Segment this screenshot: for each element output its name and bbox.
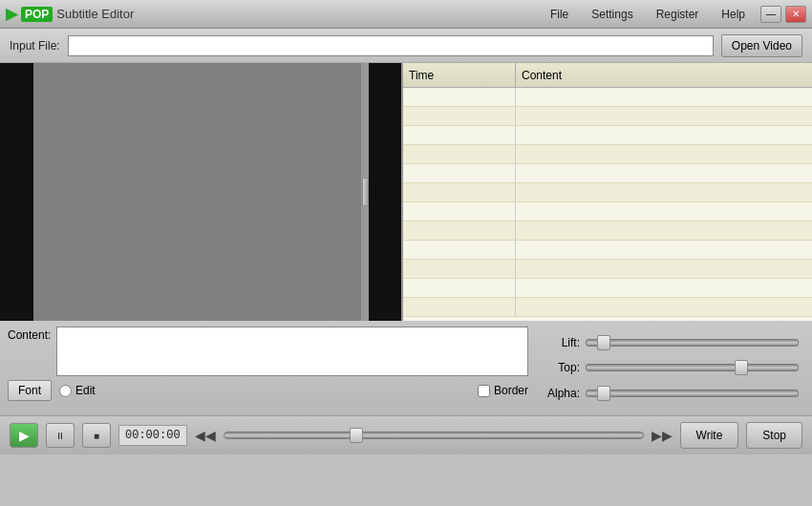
logo-arrow-icon: ▶ <box>6 5 17 23</box>
input-file-bar: Input File: Open Video <box>0 29 812 63</box>
cell-time <box>403 241 516 259</box>
video-scrollbar-thumb[interactable] <box>362 178 369 206</box>
transport-bar: ▶ ⏸ ■ 00:00:00 ◀◀ ▶▶ Write Stop <box>0 416 812 454</box>
table-row[interactable] <box>403 126 812 145</box>
subtitle-rows <box>403 88 812 321</box>
video-black-right <box>368 63 401 321</box>
window-controls: — ✕ <box>760 6 806 23</box>
progress-track[interactable] <box>224 432 644 439</box>
pause-button[interactable]: ⏸ <box>46 423 75 448</box>
col-content-header: Content <box>516 69 812 82</box>
edit-row: Edit <box>59 384 96 397</box>
timecode-display: 00:00:00 <box>118 425 187 446</box>
menu-settings[interactable]: Settings <box>588 6 636 23</box>
top-slider-row: Top: <box>542 356 799 379</box>
alpha-slider-row: Alpha: <box>542 382 799 405</box>
table-row[interactable] <box>403 260 812 279</box>
menu-register[interactable]: Register <box>652 6 703 23</box>
col-time-header: Time <box>403 63 516 87</box>
top-label: Top: <box>542 361 580 374</box>
edit-radio[interactable] <box>59 385 72 397</box>
video-scrollbar[interactable] <box>361 63 369 321</box>
table-row[interactable] <box>403 241 812 260</box>
cell-time <box>403 107 516 125</box>
close-button[interactable]: ✕ <box>785 6 806 23</box>
app-title: Subtitle Editor <box>56 7 134 21</box>
menu-help[interactable]: Help <box>717 6 749 23</box>
minimize-button[interactable]: — <box>760 6 781 23</box>
content-area: Content: Font Edit Border Lift: Top: <box>0 321 812 416</box>
stop2-button[interactable]: Stop <box>746 422 802 449</box>
titlebar: ▶ POP Subtitle Editor File Settings Regi… <box>0 0 812 29</box>
alpha-label: Alpha: <box>542 387 580 400</box>
border-label: Border <box>494 384 528 397</box>
app-logo: ▶ POP Subtitle Editor <box>6 5 546 23</box>
cell-time <box>403 145 516 163</box>
edit-label: Edit <box>75 384 96 397</box>
pause-icon: ⏸ <box>55 431 65 441</box>
video-black-left <box>0 63 33 321</box>
table-row[interactable] <box>403 202 812 221</box>
lift-track[interactable] <box>586 339 799 347</box>
table-row[interactable] <box>403 107 812 126</box>
cell-time <box>403 279 516 297</box>
top-thumb[interactable] <box>735 360 748 375</box>
seek-left-button[interactable]: ◀◀ <box>195 428 216 443</box>
table-row[interactable] <box>403 221 812 241</box>
stop-button[interactable]: ■ <box>82 423 111 448</box>
lift-label: Lift: <box>542 336 580 349</box>
subtitle-header: Time Content <box>403 63 812 88</box>
play-icon: ▶ <box>19 428 30 443</box>
content-bottom-row: Font Edit Border <box>8 380 528 401</box>
table-row[interactable] <box>403 164 812 183</box>
table-row[interactable] <box>403 183 812 202</box>
lift-thumb[interactable] <box>597 335 610 350</box>
cell-time <box>403 126 516 144</box>
cell-time <box>403 221 516 240</box>
main-area: Time Content <box>0 63 812 321</box>
progress-thumb[interactable] <box>350 428 363 443</box>
logo-pop: POP <box>21 7 53 22</box>
subtitle-panel: Time Content <box>401 63 812 321</box>
content-label: Content: <box>8 327 51 342</box>
seek-right-button[interactable]: ▶▶ <box>652 428 673 443</box>
menu-bar: File Settings Register Help <box>546 6 749 23</box>
font-button[interactable]: Font <box>8 380 52 401</box>
cell-time <box>403 202 516 221</box>
open-video-button[interactable]: Open Video <box>721 34 802 57</box>
input-file-label: Input File: <box>10 39 60 53</box>
stop-icon: ■ <box>94 431 99 441</box>
alpha-track[interactable] <box>586 390 799 397</box>
lift-slider-row: Lift: <box>542 331 799 354</box>
cell-time <box>403 88 516 106</box>
sliders-area: Lift: Top: Alpha: <box>536 327 804 410</box>
border-checkbox[interactable] <box>478 385 490 397</box>
cell-time <box>403 260 516 278</box>
table-row[interactable] <box>403 298 812 317</box>
border-check: Border <box>478 384 528 397</box>
table-row[interactable] <box>403 88 812 107</box>
content-left: Content: Font Edit Border <box>8 327 528 410</box>
menu-file[interactable]: File <box>546 6 572 23</box>
table-row[interactable] <box>403 145 812 164</box>
input-file-field[interactable] <box>68 35 714 56</box>
cell-time <box>403 183 516 201</box>
content-input[interactable] <box>56 327 528 376</box>
cell-time <box>403 298 516 316</box>
alpha-thumb[interactable] <box>597 386 610 401</box>
video-panel <box>0 63 401 321</box>
cell-time <box>403 164 516 182</box>
write-button[interactable]: Write <box>680 422 739 449</box>
table-row[interactable] <box>403 279 812 298</box>
play-button[interactable]: ▶ <box>10 423 38 448</box>
top-track[interactable] <box>586 364 799 371</box>
content-label-row: Content: <box>8 327 528 376</box>
